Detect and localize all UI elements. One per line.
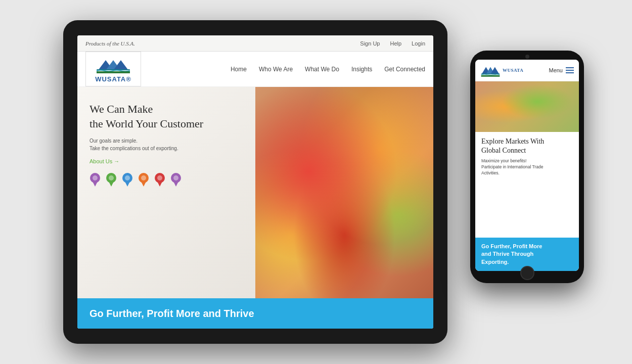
- phone-banner-line1: Go Further, Profit More: [481, 243, 542, 249]
- svg-rect-4: [97, 71, 130, 73]
- tablet-logo: WUSATA®: [85, 52, 141, 86]
- svg-point-16: [141, 175, 146, 180]
- phone-content: Explore Markets With Global Connect Maxi…: [475, 132, 579, 238]
- nav-what-we-do[interactable]: What We Do: [305, 64, 339, 75]
- menu-label: Menu: [549, 67, 563, 73]
- phone-logo-text: WUSATA: [503, 68, 523, 73]
- phone-title-line1: Explore Markets With: [481, 138, 544, 145]
- svg-rect-27: [481, 75, 500, 77]
- svg-point-13: [125, 175, 130, 180]
- hero-title: We Can Make the World Your Customer: [89, 102, 243, 131]
- login-link[interactable]: Login: [412, 40, 425, 47]
- tablet-nav-links: Home Who We Are What We Do Insights Get …: [151, 64, 425, 75]
- tablet-navbar: WUSATA® Home Who We Are What We Do Insig…: [77, 52, 433, 87]
- hero-right: [255, 87, 433, 298]
- phone-section-subtitle: Maximize your benefits! Participate in I…: [481, 158, 573, 176]
- brand-tagline: Products of the U.S.A.: [85, 40, 135, 47]
- phone-subtitle-line1: Maximize your benefits!: [481, 158, 526, 163]
- svg-marker-18: [157, 180, 163, 187]
- wusata-logo-svg: [96, 55, 131, 74]
- hero-subtitle-line2: Take the complications out of exporting.: [89, 146, 178, 151]
- nav-who-we-are[interactable]: Who We Are: [259, 64, 293, 75]
- tablet-logo-brand: WUSATA®: [95, 75, 131, 83]
- map-pin-5: [154, 172, 165, 188]
- nav-insights[interactable]: Insights: [351, 64, 372, 75]
- scene: Products of the U.S.A. Sign Up Help Logi…: [38, 10, 594, 354]
- map-pin-4: [138, 172, 149, 188]
- svg-marker-15: [141, 180, 147, 187]
- tablet-screen: Products of the U.S.A. Sign Up Help Logi…: [77, 35, 433, 329]
- svg-point-19: [157, 175, 162, 180]
- phone-logo-svg: [480, 63, 501, 78]
- phone-device: WUSATA Menu Explore Markets With Glo: [470, 51, 584, 283]
- nav-get-connected[interactable]: Get Connected: [384, 64, 425, 75]
- phone-title-line2: Global Connect: [481, 147, 526, 154]
- phone-screen: WUSATA Menu Explore Markets With Glo: [475, 60, 579, 271]
- tablet-hero: We Can Make the World Your Customer Our …: [77, 87, 433, 298]
- signup-link[interactable]: Sign Up: [360, 40, 380, 47]
- phone-subtitle-line2: Participate in International Trade: [481, 164, 543, 169]
- phone-banner-text: Go Further, Profit More and Thrive Throu…: [481, 243, 573, 266]
- map-pin-6: [170, 172, 182, 188]
- hero-pins: [89, 172, 243, 188]
- tablet-topbar: Products of the U.S.A. Sign Up Help Logi…: [77, 35, 433, 52]
- hero-title-line2: the World Your Customer: [89, 117, 203, 130]
- svg-point-22: [173, 175, 178, 180]
- hero-title-line1: We Can Make: [89, 103, 153, 115]
- hero-subtitle-line1: Our goals are simple.: [89, 138, 138, 144]
- phone-camera: [525, 55, 529, 59]
- hero-cta-link[interactable]: About Us →: [89, 158, 243, 164]
- map-pin-3: [122, 172, 133, 188]
- tablet-banner-text: Go Further, Profit More and Thrive: [89, 308, 254, 320]
- svg-marker-21: [173, 180, 179, 187]
- map-pin-1: [89, 172, 101, 188]
- hamburger-icon: [566, 67, 574, 73]
- help-link[interactable]: Help: [390, 40, 401, 47]
- tablet-device: Products of the U.S.A. Sign Up Help Logi…: [63, 20, 447, 344]
- svg-marker-9: [108, 180, 114, 187]
- svg-marker-12: [124, 180, 130, 187]
- nav-home[interactable]: Home: [231, 64, 247, 75]
- phone-banner-line2: and Thrive Through: [481, 251, 533, 257]
- phone-header: WUSATA Menu: [475, 60, 579, 81]
- hero-subtitle: Our goals are simple. Take the complicat…: [89, 137, 243, 152]
- tablet-banner: Go Further, Profit More and Thrive: [77, 298, 433, 329]
- svg-point-7: [93, 175, 98, 180]
- phone-menu-button[interactable]: Menu: [549, 67, 574, 73]
- phone-section-title: Explore Markets With Global Connect: [481, 137, 573, 155]
- food-image: [255, 87, 433, 298]
- phone-home-button[interactable]: [520, 266, 534, 280]
- phone-banner-line3: Exporting.: [481, 259, 509, 265]
- phone-subtitle-line3: Activities.: [481, 170, 500, 175]
- topbar-nav: Sign Up Help Login: [360, 40, 425, 47]
- svg-marker-6: [92, 180, 98, 187]
- svg-point-10: [109, 175, 114, 180]
- phone-food-image: [475, 81, 579, 132]
- map-pin-2: [106, 172, 117, 188]
- phone-logo: WUSATA: [480, 63, 523, 78]
- hero-left: We Can Make the World Your Customer Our …: [77, 87, 255, 298]
